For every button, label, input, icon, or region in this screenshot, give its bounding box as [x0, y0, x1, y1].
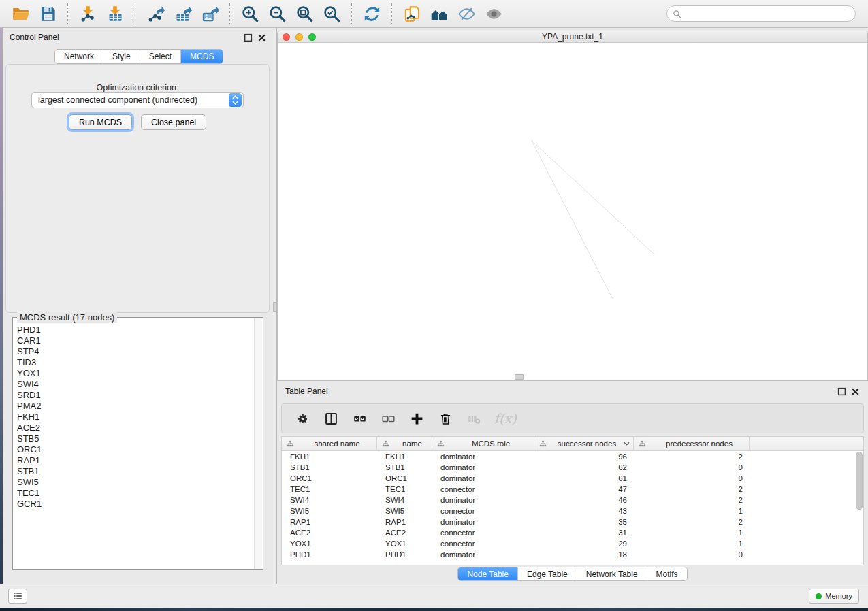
toolbar-eye-slash-button[interactable] [453, 1, 480, 26]
task-history-button[interactable] [8, 589, 27, 604]
search-input[interactable] [681, 7, 855, 20]
mcds-result-item[interactable]: TID3 [14, 357, 253, 368]
tab-edge-table[interactable]: Edge Table [518, 567, 577, 580]
table-row[interactable]: ORC1ORC1dominator610 [282, 473, 863, 484]
close-panel-button[interactable]: Close panel [141, 114, 206, 130]
list-icon [12, 591, 23, 601]
tab-select[interactable]: Select [140, 50, 181, 63]
search-box[interactable] [666, 5, 856, 22]
mcds-result-item[interactable]: PMA2 [14, 401, 253, 412]
cell-name: SWI4 [377, 496, 432, 504]
network-canvas[interactable] [278, 43, 867, 380]
tab-motifs[interactable]: Motifs [647, 567, 687, 580]
tab-node-table[interactable]: Node Table [458, 567, 518, 580]
toolbar-import-network-button[interactable] [74, 1, 101, 26]
cell-MCDS-role: dominator [432, 496, 534, 504]
table-row[interactable]: STB1STB1dominator620 [282, 462, 863, 473]
table-scrollbar-thumb[interactable] [856, 452, 863, 510]
houses-icon [430, 5, 449, 23]
mcds-result-item[interactable]: STP4 [14, 346, 253, 357]
toolbar-refresh-button[interactable] [358, 1, 385, 26]
mcds-result-item[interactable]: YOX1 [14, 368, 253, 379]
toolbar-duplicate-network-button[interactable] [398, 1, 425, 26]
mcds-result-item[interactable]: SWI5 [14, 477, 253, 488]
table-row[interactable]: RAP1RAP1dominator352 [282, 516, 863, 527]
toolbar-zoom-fit-button[interactable] [291, 1, 318, 26]
mcds-result-item[interactable]: GCR1 [14, 499, 253, 510]
cell-name: ORC1 [377, 474, 432, 482]
mcds-result-item[interactable]: CAR1 [14, 335, 253, 346]
mcds-result-item[interactable]: TEC1 [14, 488, 253, 499]
close-panel-icon[interactable] [257, 33, 266, 42]
table-row[interactable]: PHD1PHD1dominator180 [282, 549, 863, 560]
column-header-name[interactable]: name [377, 437, 432, 450]
optimization-criterion-select[interactable]: largest connected component (undirected) [31, 92, 244, 108]
run-mcds-button[interactable]: Run MCDS [69, 114, 132, 130]
tab-mcds[interactable]: MCDS [181, 50, 223, 63]
mcds-result-item[interactable]: STB1 [14, 466, 253, 477]
table-deselect-all-button[interactable] [380, 410, 396, 427]
table-row[interactable]: TEC1TEC1connector472 [282, 484, 863, 495]
tab-style[interactable]: Style [103, 50, 140, 63]
table-row[interactable]: FKH1FKH1dominator962 [282, 451, 863, 462]
export-table-icon [174, 5, 192, 23]
float-panel-icon[interactable] [244, 33, 253, 42]
toolbar-export-table-button[interactable] [169, 1, 196, 26]
table-row[interactable]: SWI5SWI5connector431 [282, 506, 863, 516]
horizontal-splitter-handle[interactable] [515, 374, 524, 380]
network-canvas-container [278, 43, 867, 380]
mcds-result-item[interactable]: SWI4 [14, 379, 253, 390]
dropdown-stepper-icon [229, 93, 242, 107]
toolbar-save-button[interactable] [34, 1, 61, 26]
toolbar-export-image-button[interactable] [196, 1, 223, 26]
mcds-result-item[interactable]: ORC1 [14, 444, 253, 455]
table-row[interactable]: SWI4SWI4dominator462 [282, 495, 863, 506]
toolbar-zoom-selected-button[interactable] [318, 1, 345, 26]
column-header-MCDS-role[interactable]: MCDS role [432, 437, 534, 450]
tab-network[interactable]: Network [55, 50, 103, 63]
cell-predecessor-nodes: 0 [634, 474, 750, 482]
memory-button[interactable]: Memory [809, 589, 859, 604]
memory-label: Memory [825, 592, 852, 600]
mcds-result-item[interactable]: ACE2 [14, 423, 253, 433]
column-header-predecessor-nodes[interactable]: predecessor nodes [634, 437, 750, 450]
cell-predecessor-nodes: 1 [634, 529, 750, 537]
toolbar-separator [67, 3, 68, 24]
column-header-successor-nodes[interactable]: successor nodes [534, 437, 634, 450]
table-settings-gear-button[interactable] [294, 410, 310, 427]
toolbar-houses-button[interactable] [425, 1, 453, 26]
toolbar-open-folder-button[interactable] [7, 1, 34, 26]
table-add-button[interactable] [408, 410, 425, 427]
refresh-icon [363, 5, 381, 23]
mcds-result-item[interactable]: FKH1 [14, 412, 253, 423]
table-row[interactable]: YOX1YOX1connector291 [282, 538, 863, 549]
toolbar-eye-button[interactable] [480, 1, 507, 26]
float-table-panel-icon[interactable] [837, 387, 846, 396]
mcds-result-item[interactable]: STB5 [14, 433, 253, 444]
network-window-titlebar[interactable]: YPA_prune.txt_1 [278, 31, 867, 43]
toolbar-zoom-out-button[interactable] [263, 1, 291, 26]
cell-successor-nodes: 46 [534, 496, 634, 504]
mcds-result-item[interactable]: RAP1 [14, 455, 253, 466]
toolbar-zoom-in-button[interactable] [236, 1, 263, 26]
eye-icon [485, 5, 503, 23]
column-header-shared-name[interactable]: shared name [282, 437, 377, 450]
column-label: MCDS role [448, 440, 534, 448]
table-row[interactable]: ACE2ACE2connector311 [282, 527, 863, 538]
mcds-result-item[interactable]: PHD1 [14, 325, 253, 335]
table-select-all-button[interactable] [351, 410, 368, 427]
toolbar-import-table-button[interactable] [101, 1, 129, 26]
cell-name: YOX1 [377, 540, 432, 548]
cell-predecessor-nodes: 0 [634, 463, 750, 472]
result-list-scrollbar[interactable] [254, 318, 262, 569]
toolbar-export-network-button[interactable] [142, 1, 169, 26]
mcds-result-item[interactable]: SRD1 [14, 390, 253, 401]
cell-MCDS-role: dominator [432, 550, 534, 559]
splitter-handle[interactable] [273, 302, 276, 312]
close-table-panel-icon[interactable] [851, 387, 860, 396]
cell-shared-name: STB1 [282, 463, 377, 472]
zoom-out-icon [268, 5, 287, 23]
table-column-layout-button[interactable] [323, 410, 339, 427]
tab-network-table[interactable]: Network Table [577, 567, 647, 580]
table-delete-button[interactable] [437, 410, 453, 427]
